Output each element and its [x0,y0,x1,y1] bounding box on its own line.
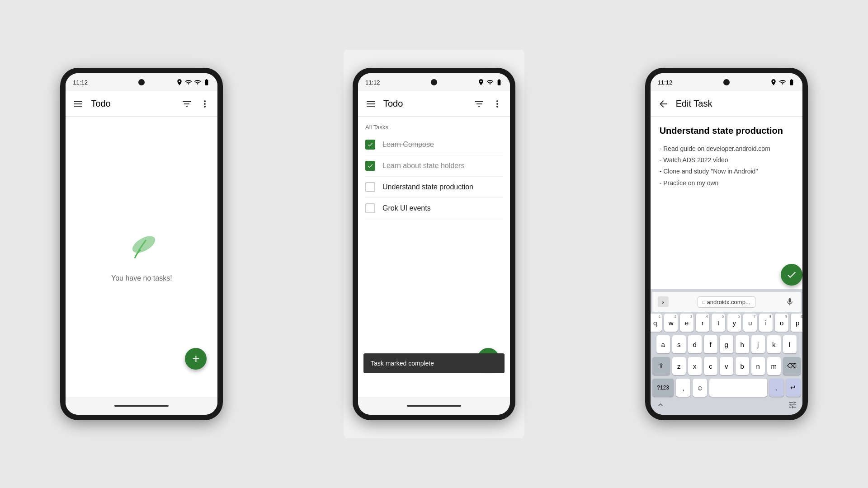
key-backspace[interactable]: ⌫ [783,357,801,375]
status-time-3: 11:12 [658,79,673,86]
svg-point-0 [130,233,158,256]
location-icon-3 [770,79,777,86]
app-bar-2: Todo [358,91,510,117]
edit-app-bar-title: Edit Task [676,99,712,109]
edit-fab[interactable] [781,264,802,286]
more-vertical-icon-2[interactable] [492,99,503,109]
camera-1 [138,79,145,85]
keyboard-row-4: ?123 , ☺ . ↵ [652,379,801,397]
status-bar-2: 11:12 [358,73,510,91]
task-label-1: Learn Compose [382,141,434,149]
app-bar-title-1: Todo [91,99,174,109]
key-b[interactable]: b [736,357,749,375]
key-f[interactable]: f [704,335,717,353]
phone-edit-screen: 11:12 Edit Task Understand state product… [651,73,802,415]
key-k[interactable]: k [767,335,781,353]
key-x[interactable]: x [688,357,702,375]
filter-icon-2[interactable] [474,99,485,109]
hamburger-menu-icon-2[interactable] [365,99,376,109]
keyboard-row-3: ⇧ z x c v b n m ⌫ [652,357,801,375]
key-r[interactable]: 4r [696,314,709,332]
task-checkbox-2[interactable] [365,161,375,171]
location-icon-2 [477,79,485,86]
keyboard-row-2: a s d f g h j k l [652,335,801,353]
key-v[interactable]: v [720,357,733,375]
task-item-4[interactable]: Grok UI events [365,198,503,219]
phone-empty-wrapper: 11:12 Todo [60,68,223,420]
bottom-handle-2 [407,405,461,407]
task-label-2: Learn about state holders [382,162,464,170]
key-symbols[interactable]: ?123 [652,379,674,397]
key-d[interactable]: d [688,335,702,353]
key-comma[interactable]: , [676,379,690,397]
key-m[interactable]: m [767,357,781,375]
key-a[interactable]: a [656,335,670,353]
key-j[interactable]: j [751,335,765,353]
edit-task-body: - Read guide on developer.android.com - … [660,143,793,189]
key-l[interactable]: l [783,335,797,353]
edit-app-bar: Edit Task [651,91,802,117]
more-vertical-icon[interactable] [199,99,210,109]
key-s[interactable]: s [672,335,686,353]
status-icons-1 [176,79,210,86]
key-enter[interactable]: ↵ [786,379,801,397]
snackbar: Task marked complete [363,353,505,373]
key-o[interactable]: 9o [775,314,788,332]
key-q[interactable]: 1q [651,314,662,332]
keyboard-collapse-icon[interactable] [656,400,665,411]
key-z[interactable]: z [672,357,686,375]
phone-edit-wrapper: 11:12 Edit Task Understand state product… [645,68,808,420]
signal-icon [185,79,192,86]
key-w[interactable]: 2w [664,314,678,332]
signal-icon-3 [779,79,786,86]
status-icons-3 [770,79,795,86]
key-period[interactable]: . [769,379,784,397]
task-list-content: All Tasks Learn Compose Learn about s [358,117,510,397]
hamburger-menu-icon[interactable] [73,99,84,109]
task-checkbox-3[interactable] [365,182,375,192]
phone-list: 11:12 Todo [353,68,515,420]
status-time-1: 11:12 [73,79,88,86]
key-n[interactable]: n [751,357,765,375]
task-label-4: Grok UI events [382,204,431,212]
task-checkbox-1[interactable] [365,140,375,150]
battery-icon-2 [495,79,503,86]
key-y[interactable]: 6y [727,314,741,332]
signal-icon-2 [486,79,494,86]
keyboard-suggestion[interactable]: □ androidx.comp... [698,296,755,308]
keyboard-toolbar: › □ androidx.comp... [652,292,801,312]
empty-content: You have no tasks! + [66,117,217,397]
task-checkbox-4[interactable] [365,203,375,213]
edit-content: Understand state production - Read guide… [651,117,802,289]
key-t[interactable]: 5t [712,314,725,332]
status-icons-2 [477,79,503,86]
edit-task-title: Understand state production [660,126,793,136]
key-shift[interactable]: ⇧ [652,357,670,375]
mic-icon[interactable] [784,296,795,307]
key-e[interactable]: 3e [680,314,693,332]
fab-1[interactable]: + [185,348,207,370]
status-bar-1: 11:12 [66,73,217,91]
key-h[interactable]: h [736,335,749,353]
back-arrow-icon[interactable] [658,99,669,109]
keyboard-settings-icon[interactable] [788,400,797,411]
filter-icon[interactable] [181,99,192,109]
keyboard-rows: 1q 2w 3e 4r 5t 6y 7u 8i 9o 0p a s [652,314,801,399]
fab-plus-icon-1: + [192,352,199,365]
key-p[interactable]: 0p [791,314,802,332]
task-item-1[interactable]: Learn Compose [365,134,503,155]
bottom-handle-1 [114,405,169,407]
task-item-2[interactable]: Learn about state holders [365,155,503,177]
key-emoji[interactable]: ☺ [693,379,707,397]
bottom-bar-2 [358,397,510,415]
keyboard-expand-icon[interactable]: › [658,296,669,307]
key-c[interactable]: c [704,357,717,375]
key-g[interactable]: g [720,335,733,353]
task-list-section: All Tasks Learn Compose Learn about s [358,117,510,223]
key-i[interactable]: 8i [759,314,773,332]
task-item-3[interactable]: Understand state production [365,177,503,198]
app-bar-title-2: Todo [383,99,467,109]
key-u[interactable]: 7u [743,314,757,332]
key-space[interactable] [709,379,767,397]
battery-icon-3 [788,79,795,86]
